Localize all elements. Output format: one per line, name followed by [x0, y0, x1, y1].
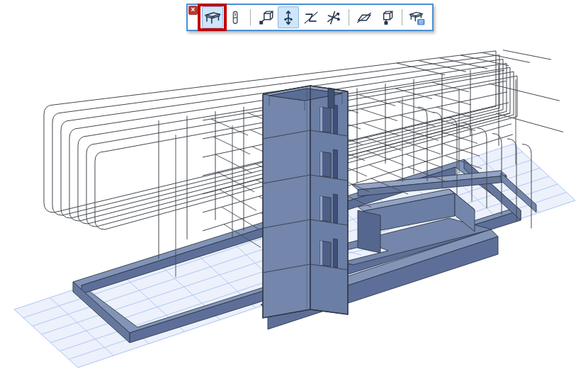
stretch-icon[interactable]: [300, 6, 322, 28]
application-window: ×: [0, 0, 588, 381]
close-icon[interactable]: ×: [188, 6, 198, 15]
3d-model-viewport[interactable]: [0, 0, 588, 381]
capsule-icon[interactable]: [225, 6, 246, 28]
cube-handle-icon[interactable]: [255, 6, 276, 28]
separator: [250, 9, 251, 25]
skew-parallelogram-icon[interactable]: [354, 6, 375, 28]
edit-options-palette[interactable]: ×: [186, 4, 434, 31]
rotate-axes-icon[interactable]: [323, 6, 344, 28]
elevate-arrows-icon[interactable]: [278, 6, 299, 28]
separator: [402, 9, 402, 25]
cube-handle-2-icon[interactable]: [376, 6, 397, 28]
core-tower[interactable]: [263, 86, 348, 318]
table-element-icon[interactable]: [202, 6, 223, 28]
table-settings-icon[interactable]: [407, 6, 428, 28]
separator: [349, 9, 349, 25]
